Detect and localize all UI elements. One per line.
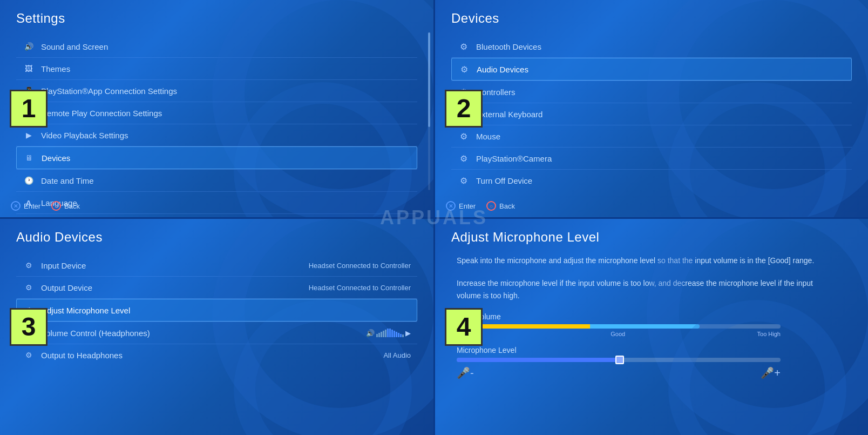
settings-title: Settings (16, 11, 417, 26)
menu-item-datetime-label: Date and Time (41, 176, 94, 185)
menu-item-audio-devices-label: Audio Devices (477, 65, 528, 74)
devices-icon: 🖥 (23, 152, 35, 164)
menu-item-devices[interactable]: 🖥 Devices (16, 146, 417, 169)
back-label-2: Back (499, 202, 515, 210)
mic-level-fill (457, 358, 619, 362)
menu-item-video[interactable]: ▶ Video Playback Settings (16, 124, 417, 146)
menu-item-keyboard[interactable]: ⚙ External Keyboard (451, 103, 852, 125)
input-volume-track[interactable] (457, 324, 781, 329)
o-icon-2: ○ (486, 201, 496, 211)
input-volume-label: Input Volume (457, 312, 824, 321)
devices-panel: Devices ⚙ Bluetooth Devices ⚙ Audio Devi… (435, 0, 868, 217)
sound-icon: 🔊 (23, 41, 35, 52)
menu-item-themes[interactable]: 🖼 Themes (16, 58, 417, 79)
microphone-level-section: Microphone Level 🎤- 🎤+ (457, 346, 824, 379)
menu-item-sound[interactable]: 🔊 Sound and Screen (16, 36, 417, 57)
menu-item-sound-label: Sound and Screen (41, 42, 108, 51)
enter-button-2[interactable]: ✕ Enter (446, 201, 476, 211)
settings-menu: 🔊 Sound and Screen 🖼 Themes 📱 PlayStatio… (16, 36, 417, 217)
pscamera-icon: ⚙ (458, 152, 470, 164)
mic-increase-icon: 🎤+ (761, 366, 781, 379)
menu-item-mouse[interactable]: ⚙ Mouse (451, 125, 852, 147)
menu-item-output-headphones[interactable]: ⚙ Output to Headphones All Audio (16, 344, 417, 366)
menu-item-controllers[interactable]: ⚙ Controllers (451, 81, 852, 103)
menu-item-bluetooth[interactable]: ⚙ Bluetooth Devices (451, 36, 852, 57)
input-volume-scale: Too Low Good Too High (457, 331, 781, 337)
back-button[interactable]: ○ Back (51, 201, 80, 211)
mic-level-track[interactable] (457, 358, 781, 362)
audio-devices-icon: ⚙ (458, 63, 470, 75)
datetime-icon: 🕐 (23, 175, 35, 186)
menu-item-mouse-label: Mouse (476, 132, 500, 141)
output-headphones-value: All Audio (383, 351, 411, 359)
menu-item-psapp-label: PlayStation®App Connection Settings (41, 86, 177, 96)
panel1-footer: ✕ Enter ○ Back (11, 201, 80, 211)
back-button-2[interactable]: ○ Back (486, 201, 515, 211)
menu-item-adjust-mic-label: Adjust Microphone Level (42, 306, 130, 315)
mic-description-1: Speak into the microphone and adjust the… (457, 255, 824, 266)
menu-item-bluetooth-label: Bluetooth Devices (476, 42, 541, 51)
audio-devices-panel: Audio Devices ⚙ Input Device Headset Con… (0, 219, 433, 435)
menu-item-volume-control[interactable]: ⚙ Volume Control (Headphones) 🔊 (16, 322, 417, 344)
x-icon: ✕ (11, 201, 21, 211)
badge-4: 4 (445, 308, 483, 346)
input-volume-fill (457, 324, 700, 329)
input-device-value: Headset Connected to Controller (309, 262, 411, 270)
adjust-mic-title: Adjust Microphone Level (451, 230, 852, 245)
video-icon: ▶ (23, 129, 35, 141)
devices-title: Devices (451, 11, 852, 26)
output-headphones-icon: ⚙ (23, 349, 35, 361)
themes-icon: 🖼 (23, 63, 35, 75)
menu-item-output-label: Output Device (41, 283, 92, 292)
adjust-mic-panel: Adjust Microphone Level Speak into the m… (435, 219, 868, 435)
good-label: Good (611, 331, 625, 337)
x-icon-2: ✕ (446, 201, 456, 211)
badge-3: 3 (10, 308, 48, 346)
menu-item-devices-label: Devices (42, 153, 70, 163)
menu-item-turnoff[interactable]: ⚙ Turn Off Device (451, 170, 852, 191)
too-high-label: Too High (757, 331, 781, 337)
menu-item-remoteplay-label: Remote Play Connection Settings (41, 109, 162, 118)
menu-item-video-label: Video Playback Settings (41, 131, 128, 140)
badge-2: 2 (445, 90, 483, 128)
menu-item-input-device[interactable]: ⚙ Input Device Headset Connected to Cont… (16, 255, 417, 276)
menu-item-input-label: Input Device (41, 261, 86, 270)
audio-devices-title: Audio Devices (16, 230, 417, 245)
panel2-footer: ✕ Enter ○ Back (446, 201, 515, 211)
menu-item-volume-label: Volume Control (Headphones) (41, 329, 150, 338)
menu-item-audio-devices[interactable]: ⚙ Audio Devices (451, 58, 852, 81)
menu-item-turnoff-label: Turn Off Device (476, 176, 532, 185)
menu-item-keyboard-label: External Keyboard (476, 110, 542, 119)
output-device-value: Headset Connected to Controller (309, 284, 411, 292)
menu-item-pscamera-label: PlayStation®Camera (476, 154, 552, 163)
microphone-level-label: Microphone Level (457, 346, 824, 354)
input-volume-section: Input Volume Too Low Good Too High (457, 312, 824, 337)
turnoff-icon: ⚙ (458, 175, 470, 186)
menu-item-remoteplay[interactable]: 🎮 Remote Play Connection Settings (16, 102, 417, 124)
menu-item-themes-label: Themes (41, 64, 70, 73)
audio-devices-menu: ⚙ Input Device Headset Connected to Cont… (16, 255, 417, 366)
volume-bars-indicator: 🔊 (366, 329, 411, 337)
menu-item-output-headphones-label: Output to Headphones (41, 351, 123, 360)
mic-slider-thumb[interactable] (615, 356, 624, 364)
mic-description-2: Increase the microphone level if the inp… (457, 277, 824, 302)
badge-1: 1 (10, 90, 48, 128)
bluetooth-icon: ⚙ (458, 41, 470, 52)
mouse-icon: ⚙ (458, 130, 470, 142)
devices-menu: ⚙ Bluetooth Devices ⚙ Audio Devices ⚙ Co… (451, 36, 852, 191)
menu-item-datetime[interactable]: 🕐 Date and Time (16, 170, 417, 191)
input-device-icon: ⚙ (23, 259, 35, 271)
mic-footer: 🎤- 🎤+ (457, 366, 781, 379)
mic-decrease-icon: 🎤- (457, 366, 474, 379)
menu-item-adjust-mic[interactable]: ⚙ Adjust Microphone Level (16, 299, 417, 322)
back-label: Back (64, 202, 80, 210)
o-icon: ○ (51, 201, 61, 211)
enter-button[interactable]: ✕ Enter (11, 201, 40, 211)
settings-panel: Settings 🔊 Sound and Screen 🖼 Themes 📱 P… (0, 0, 433, 217)
menu-item-psapp[interactable]: 📱 PlayStation®App Connection Settings (16, 80, 417, 102)
menu-item-output-device[interactable]: ⚙ Output Device Headset Connected to Con… (16, 277, 417, 298)
enter-label: Enter (24, 202, 40, 210)
vertical-divider (433, 0, 435, 435)
enter-label-2: Enter (459, 202, 476, 210)
menu-item-pscamera[interactable]: ⚙ PlayStation®Camera (451, 148, 852, 169)
